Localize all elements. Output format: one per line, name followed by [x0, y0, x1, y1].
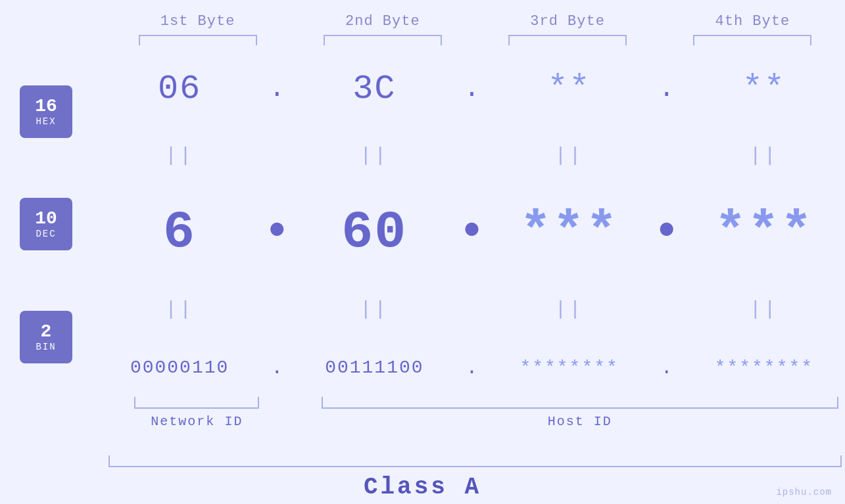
hex-byte-3-cell: **: [489, 70, 650, 108]
watermark: ipshu.com: [776, 487, 832, 497]
dec-byte-4-cell: ***: [683, 202, 845, 262]
equals-1-2: ||: [293, 145, 455, 167]
dec-byte-4: ***: [715, 202, 813, 262]
bin-byte-1-cell: 00000110: [99, 357, 260, 378]
equals-2-1: ||: [99, 298, 260, 321]
hex-byte-1-cell: 06: [99, 70, 260, 108]
hex-sep-2: .: [456, 74, 489, 104]
hex-byte-3: **: [547, 70, 591, 108]
main-container: 1st Byte 2nd Byte 3rd Byte 4th Byte 16 H…: [0, 0, 845, 504]
dec-byte-2: 60: [341, 202, 407, 262]
hex-byte-2: 3C: [352, 70, 396, 108]
bracket-line-3: [508, 35, 627, 45]
equals-sign-1-4: ||: [750, 145, 779, 167]
dec-sep-3: •: [650, 206, 683, 258]
top-bracket-3: [475, 35, 660, 45]
equals-sign-2-1: ||: [165, 298, 194, 321]
content-area: 16 HEX 10 DEC 2 BIN 06 . 3C: [0, 52, 845, 397]
bin-byte-3-cell: ********: [489, 357, 650, 378]
bin-sep-3: .: [650, 357, 683, 379]
class-label: Class A: [0, 474, 845, 501]
dec-number: 10: [35, 209, 57, 229]
dec-byte-1: 6: [163, 202, 196, 262]
bottom-brackets: Network ID Host ID: [0, 397, 845, 429]
dec-byte-3: ***: [520, 202, 619, 262]
bracket-line-1: [139, 35, 257, 45]
network-id-label: Network ID: [151, 414, 243, 429]
bracket-line-2: [324, 35, 442, 45]
dec-sep-1: •: [260, 206, 293, 258]
equals-sign-2-4: ||: [750, 298, 779, 321]
bin-number: 2: [41, 322, 52, 342]
top-bracket-1: [105, 35, 290, 45]
full-bottom-bracket: [109, 455, 842, 467]
byte-header-2: 2nd Byte: [290, 13, 475, 30]
top-bracket-4: [660, 35, 845, 45]
equals-2-4: ||: [683, 298, 845, 321]
hex-sep-1: .: [260, 74, 293, 104]
bin-byte-2: 00111100: [325, 357, 423, 378]
bin-byte-1: 00000110: [130, 357, 229, 378]
equals-1-1: ||: [99, 145, 260, 167]
hex-name: HEX: [36, 117, 56, 127]
bin-name: BIN: [36, 342, 56, 352]
dec-name: DEC: [36, 229, 56, 239]
equals-2-3: ||: [489, 298, 650, 321]
dec-byte-1-cell: 6: [99, 202, 260, 262]
byte-headers: 1st Byte 2nd Byte 3rd Byte 4th Byte: [0, 13, 845, 30]
host-id-bracket-wrap: Host ID: [322, 397, 838, 429]
network-id-bracket-wrap: Network ID: [105, 397, 289, 429]
top-brackets-row: [0, 35, 845, 45]
bin-data-row: 00000110 . 00111100 . ******** . *******…: [99, 357, 845, 379]
equals-row-2: || || || ||: [99, 298, 845, 321]
hex-byte-4-cell: **: [683, 70, 845, 108]
host-id-bracket: [322, 397, 838, 409]
byte-header-3: 3rd Byte: [475, 13, 660, 30]
equals-sign-2-2: ||: [360, 298, 389, 321]
equals-row-1: || || || ||: [99, 145, 845, 167]
bin-sep-1: .: [260, 357, 293, 379]
dec-byte-3-cell: ***: [489, 202, 650, 262]
equals-sign-1-3: ||: [555, 145, 584, 167]
bin-badge: 2 BIN: [20, 311, 72, 363]
data-rows: 06 . 3C . ** . ** ||: [99, 52, 845, 397]
equals-sign-1-1: ||: [165, 145, 194, 167]
dec-badge: 10 DEC: [20, 198, 72, 250]
hex-data-row: 06 . 3C . ** . **: [99, 70, 845, 108]
bin-byte-4-cell: ********: [683, 357, 845, 378]
hex-byte-2-cell: 3C: [293, 70, 455, 108]
bin-sep-2: .: [456, 357, 489, 379]
hex-number: 16: [35, 97, 57, 117]
equals-sign-2-3: ||: [555, 298, 584, 321]
bin-byte-2-cell: 00111100: [293, 357, 455, 378]
equals-1-3: ||: [489, 145, 650, 167]
hex-sep-3: .: [650, 74, 683, 104]
hex-byte-4: **: [742, 70, 786, 108]
hex-byte-1: 06: [158, 70, 201, 108]
byte-header-4: 4th Byte: [660, 13, 845, 30]
labels-column: 16 HEX 10 DEC 2 BIN: [7, 52, 99, 397]
byte-header-1: 1st Byte: [105, 13, 290, 30]
dec-data-row: 6 • 60 • *** • ***: [99, 202, 845, 262]
dec-sep-2: •: [456, 206, 489, 258]
bracket-line-4: [693, 35, 811, 45]
dec-byte-2-cell: 60: [293, 202, 455, 262]
equals-2-2: ||: [293, 298, 455, 321]
hex-badge: 16 HEX: [20, 85, 72, 138]
equals-1-4: ||: [683, 145, 845, 167]
bin-byte-3: ********: [519, 357, 618, 378]
host-id-label: Host ID: [548, 414, 612, 429]
top-bracket-2: [290, 35, 475, 45]
equals-sign-1-2: ||: [360, 145, 389, 167]
bin-byte-4: ********: [715, 357, 813, 378]
network-id-bracket: [134, 397, 259, 409]
